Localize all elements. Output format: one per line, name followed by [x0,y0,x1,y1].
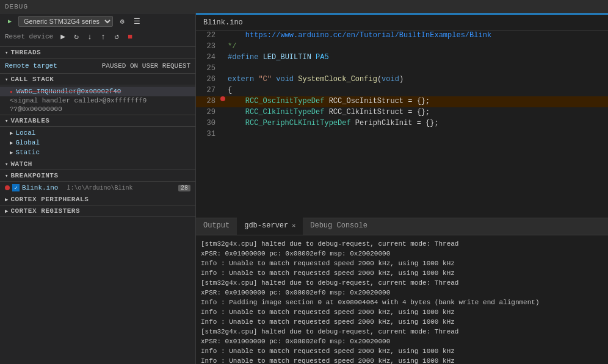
debug-toolbar: ▶ Generic STM32G4 series ⚙ ☰ Reset devic… [0,13,195,47]
call-stack-label-1: <signal handler called>@0xfffffff9 [10,97,147,104]
terminal-line-6: Info : Padding image section 0 at 0x0800… [201,298,603,307]
var-local-chevron: ▶ [10,130,13,137]
line-content-22: https://www.arduino.cc/en/Tutorial/Built… [225,30,608,40]
line-content-25 [225,63,608,65]
code-lines: 22 https://www.arduino.cc/en/Tutorial/Bu… [196,30,608,140]
play-button[interactable]: ▶ [5,16,15,26]
bp-path-0 [60,185,64,191]
kw-void: void [276,75,294,84]
watch-title: WATCH [10,160,32,168]
cortex-peripherals-header[interactable]: ▶ CORTEX PERIPHERALS [0,194,195,205]
cortex-peripherals-title: CORTEX PERIPHERALS [10,196,89,203]
line-num-26: 26 [196,74,220,84]
line-num-23: 23 [196,41,220,51]
breakpoints-header[interactable]: ▾ BREAKPOINTS [0,170,195,182]
line-num-24: 24 [196,52,220,62]
bp-file-0: Blink.ino [22,184,58,191]
call-stack-header[interactable]: ▾ CALL STACK [0,74,195,85]
bp-item-0[interactable]: ✓ Blink.ino l:\o\Arduino\Blink 28 [0,183,195,193]
preproc-24: #define [228,53,258,62]
terminal-line-11: Info : Unable to match requested speed 2… [201,346,603,356]
terminal-line-3: Info : Unable to match requested speed 2… [201,268,603,278]
watch-header[interactable]: ▾ WATCH [0,159,195,170]
macrovals-24: PA5 [316,53,329,62]
tab-gdb-close[interactable]: ✕ [292,222,295,229]
line-content-30: RCC_PeriphCLKInitTypeDef PeriphClkInit =… [225,118,608,128]
tab-debug-console[interactable]: Debug Console [303,218,375,235]
call-stack-label-2: ??@0x00000000 [10,105,62,113]
bp-checkbox-0[interactable]: ✓ [12,184,20,191]
macro-24: LED_BUILTIN [263,53,311,62]
line-content-27: { [225,85,608,95]
settings-icon[interactable]: ⚙ [117,16,128,27]
bp-line-0: 28 [178,185,190,191]
top-bar: DEBUG [0,0,608,13]
terminal-line-1: xPSR: 0x01000000 pc: 0x08002ef0 msp: 0x2… [201,249,603,259]
call-stack-label-0: WWDG_IRQHandler@0x08002f40 [16,88,121,95]
line-num-28: 28 [196,96,220,105]
cortex-registers-header[interactable]: ▶ CORTEX REGISTERS [0,205,195,217]
var-global[interactable]: ▶ Global [0,138,195,148]
threads-header[interactable]: ▾ THREADS [0,47,195,59]
restart-icon[interactable]: ↺ [110,30,123,43]
type-28: RCC_OscInitTypeDef [245,97,325,105]
thread-name: Remote target [5,62,57,70]
line-content-31 [225,129,608,130]
code-line-26: 26 extern "C" void SystemClock_Config(vo… [196,74,608,85]
terminal-line-12: Info : Unable to match requested speed 2… [201,356,603,364]
code-line-22: 22 https://www.arduino.cc/en/Tutorial/Bu… [196,30,608,41]
variables-chevron: ▾ [5,118,8,124]
terminal-line-4: [stm32g4x.cpu] halted due to debug-reque… [201,278,603,288]
bottom-tabs: Output gdb-server ✕ Debug Console [196,218,608,235]
bottom-panel: Output gdb-server ✕ Debug Console [stm32… [196,218,608,364]
code-line-24: 24 #define LED_BUILTIN PA5 [196,52,608,63]
breakpoints-chevron: ▾ [5,173,8,179]
breakpoint-dot-28 [220,96,225,101]
editor-tab[interactable]: Blink.ino [196,13,608,30]
step-over-icon[interactable]: ↻ [70,30,82,43]
var-local[interactable]: ▶ Local [0,128,195,138]
type-29: RCC_ClkInitTypeDef [245,108,325,116]
step-out-icon[interactable]: ↑ [97,30,109,43]
cortex-registers-title: CORTEX REGISTERS [10,207,80,215]
tab-gdb-server[interactable]: gdb-server ✕ [237,218,303,235]
line-content-26: extern "C" void SystemClock_Config(void) [225,74,608,84]
line-num-22: 22 [196,30,220,40]
url-span: https://www.arduino.cc/en/Tutorial/Built… [245,31,491,40]
var-static-chevron: ▶ [10,149,13,156]
main-layout: ▶ Generic STM32G4 series ⚙ ☰ Reset devic… [0,13,608,364]
call-stack-bullet-0: ● [10,89,13,95]
bp-path-text-0: l:\o\Arduino\Blink [67,185,132,191]
variables-header[interactable]: ▾ VARIABLES [0,115,195,127]
menu-icon[interactable]: ☰ [131,16,142,27]
kw-void2: void [382,75,399,84]
call-stack-item-1[interactable]: <signal handler called>@0xfffffff9 [0,96,195,105]
var-static[interactable]: ▶ Static [0,148,195,157]
terminal-line-10: xPSR: 0x01000000 pc: 0x08002ef0 msp: 0x2… [201,337,603,346]
stop-icon[interactable]: ■ [124,30,136,43]
cortex-registers-chevron: ▶ [5,208,8,215]
line-content-28: RCC_OscInitTypeDef RCC_OscInitStruct = {… [225,96,608,106]
device-select[interactable]: Generic STM32G4 series [18,16,113,27]
tab-debug-console-label: Debug Console [310,221,367,230]
code-line-29: 29 RCC_ClkInitTypeDef RCC_ClkInitStruct … [196,107,608,118]
thread-item[interactable]: Remote target PAUSED ON USER REQUEST [5,61,190,71]
call-stack-items: ● WWDG_IRQHandler@0x08002f40 <signal han… [0,85,195,115]
type-30: RCC_PeriphCLKInitTypeDef [245,119,351,127]
varname-28: RCC_OscInitStruct [329,97,404,105]
var-global-chevron: ▶ [10,140,13,146]
kw-extern: extern [228,75,254,84]
editor-filename: Blink.ino [203,18,243,27]
tab-output[interactable]: Output [196,218,237,235]
continue-icon[interactable]: ▶ [57,30,69,43]
variables-items: ▶ Local ▶ Global ▶ Static [0,127,195,159]
varname-30: PeriphClkInit [355,119,413,127]
var-global-label: Global [15,139,40,146]
call-stack-item-2[interactable]: ??@0x00000000 [0,105,195,113]
step-into-icon[interactable]: ↓ [84,30,96,43]
terminal-line-5: xPSR: 0x01000000 pc: 0x08002ef0 msp: 0x2… [201,288,603,298]
terminal-line-0: [stm32g4x.cpu] halted due to debug-reque… [201,239,603,249]
cortex-peripherals-chevron: ▶ [5,196,8,203]
terminal-line-2: Info : Unable to match requested speed 2… [201,259,603,268]
call-stack-item-0[interactable]: ● WWDG_IRQHandler@0x08002f40 [0,87,195,96]
